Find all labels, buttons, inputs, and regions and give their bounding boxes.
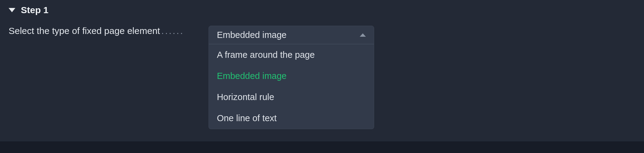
field-dots: ...... [161,24,184,36]
dropdown-option-horizontal-rule[interactable]: Horizontal rule [209,87,374,108]
chevron-up-icon [360,33,366,37]
field-label-wrapper: Select the type of fixed page element ..… [9,26,184,36]
dropdown-option-embedded-image[interactable]: Embedded image [209,65,374,87]
dropdown-options-list: A frame around the page Embedded image H… [209,44,374,129]
dropdown-option-frame[interactable]: A frame around the page [209,44,374,65]
dropdown-option-one-line-text[interactable]: One line of text [209,108,374,129]
step-title: Step 1 [21,5,48,15]
dropdown-selected-value: Embedded image [217,30,286,40]
element-type-select[interactable]: Embedded image [209,26,374,44]
field-row: Select the type of fixed page element ..… [9,26,635,129]
field-label: Select the type of fixed page element [9,24,160,36]
step-body: Select the type of fixed page element ..… [0,20,644,141]
step-header[interactable]: Step 1 [0,0,644,20]
disclosure-triangle-icon [9,8,15,12]
element-type-dropdown: Embedded image A frame around the page E… [209,26,374,129]
step-panel: Step 1 Select the type of fixed page ele… [0,0,644,141]
